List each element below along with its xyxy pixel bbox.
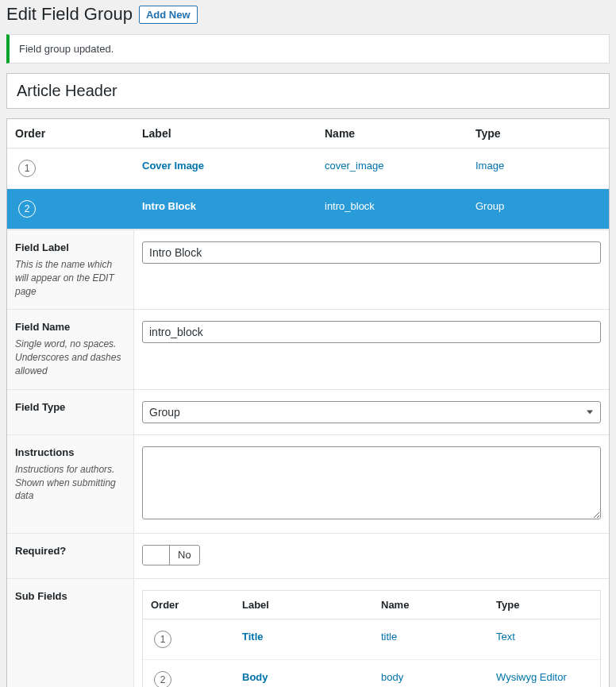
col-header-order: Order (7, 119, 134, 149)
order-badge[interactable]: 2 (154, 671, 171, 687)
instructions-textarea[interactable] (142, 446, 601, 519)
setting-field-name: Field Name Single word, no spaces. Under… (7, 309, 609, 388)
setting-label-desc: Instructions for authors. Shown when sub… (15, 464, 116, 502)
col-header-label: Label (134, 119, 317, 149)
sub-col-label: Label (234, 591, 373, 619)
fields-table: Order Label Name Type 1 Cover Image cove… (7, 119, 609, 230)
setting-sub-fields: Sub Fields Order Label Name Type 1 Title… (7, 578, 609, 687)
setting-label-text: Field Type (15, 401, 125, 413)
table-row[interactable]: 2 Intro Block intro_block Group (7, 189, 609, 230)
setting-instructions: Instructions Instructions for authors. S… (7, 434, 609, 533)
subfield-type-text: Wysiwyg Editor (496, 671, 567, 683)
table-row[interactable]: 1 Cover Image cover_image Image (7, 149, 609, 189)
fields-panel: Order Label Name Type 1 Cover Image cove… (6, 118, 610, 687)
sub-col-order: Order (143, 591, 234, 619)
sub-table-row[interactable]: 2 Body body Wysiwyg Editor (143, 660, 600, 687)
required-toggle[interactable]: No (142, 545, 200, 565)
col-header-type: Type (468, 119, 609, 149)
setting-field-type: Field Type Group (7, 389, 609, 434)
page-title: Edit Field Group (6, 4, 133, 25)
update-notice: Field group updated. (6, 34, 610, 64)
setting-label-text: Required? (15, 545, 125, 557)
setting-label-desc: Single word, no spaces. Underscores and … (15, 338, 121, 376)
setting-label-text: Field Label (15, 241, 125, 253)
sub-table-row[interactable]: 1 Title title Text (143, 619, 600, 660)
field-label-link[interactable]: Cover Image (142, 160, 204, 172)
order-badge[interactable]: 1 (18, 160, 36, 177)
toggle-knob (143, 546, 170, 565)
setting-required: Required? No (7, 533, 609, 578)
field-name-input[interactable] (142, 321, 601, 343)
field-type-text: Group (475, 200, 504, 212)
sub-col-type: Type (488, 591, 600, 619)
setting-field-label: Field Label This is the name which will … (7, 230, 609, 309)
subfield-label-link[interactable]: Body (242, 671, 268, 683)
field-type-select[interactable]: Group (142, 401, 601, 423)
subfield-label-link[interactable]: Title (242, 631, 264, 643)
col-header-name: Name (317, 119, 468, 149)
group-title-panel (6, 73, 610, 109)
order-badge[interactable]: 2 (18, 200, 36, 218)
order-badge[interactable]: 1 (154, 631, 171, 648)
page-header: Edit Field Group Add New (0, 0, 616, 34)
setting-label-text: Sub Fields (15, 590, 125, 602)
field-settings: Field Label This is the name which will … (7, 230, 609, 687)
sub-col-name: Name (373, 591, 488, 619)
setting-label-text: Field Name (15, 321, 125, 333)
subfield-name-text: body (381, 671, 403, 683)
field-name-text: cover_image (325, 160, 383, 172)
setting-label-desc: This is the name which will appear on th… (15, 259, 114, 297)
setting-label-text: Instructions (15, 446, 125, 458)
sub-fields-table: Order Label Name Type 1 Title title Text… (142, 590, 601, 687)
field-label-input[interactable] (142, 241, 601, 264)
subfield-name-text: title (381, 631, 397, 643)
field-type-text: Image (475, 160, 504, 172)
add-new-button[interactable]: Add New (139, 6, 198, 24)
field-name-text: intro_block (325, 200, 375, 212)
group-title-input[interactable] (7, 74, 609, 108)
subfield-type-text: Text (496, 631, 515, 643)
toggle-value-text: No (170, 546, 199, 565)
field-label-link[interactable]: Intro Block (142, 200, 196, 212)
